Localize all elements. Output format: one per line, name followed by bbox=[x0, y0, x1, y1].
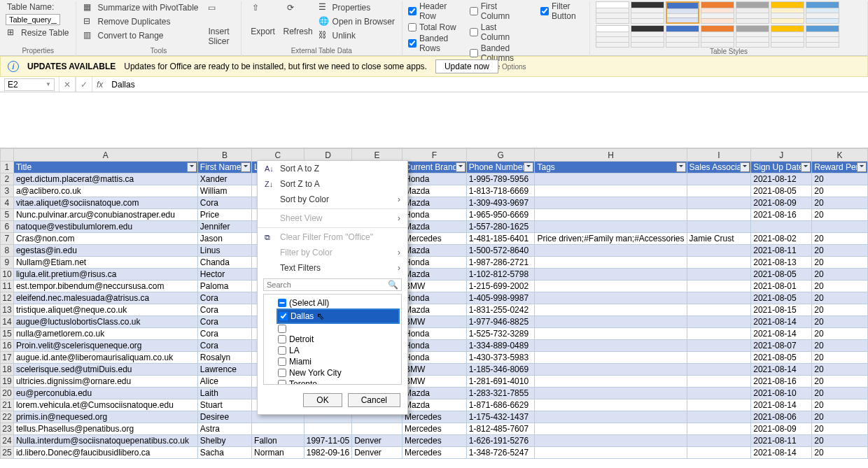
cell-B23[interactable]: Astra bbox=[197, 423, 251, 435]
table-name-input[interactable] bbox=[6, 14, 60, 25]
cell-F13[interactable]: Mazda bbox=[402, 304, 466, 316]
chk-banded-rows[interactable]: Banded Rows bbox=[408, 34, 457, 53]
cell-H9[interactable] bbox=[535, 257, 687, 269]
row-header-17[interactable]: 17 bbox=[1, 352, 14, 364]
cell-K23[interactable]: 20 bbox=[812, 423, 868, 435]
cell-A19[interactable]: ultricies.dignissim@ornare.edu bbox=[13, 376, 197, 388]
row-header-5[interactable]: 5 bbox=[1, 209, 14, 221]
cell-G8[interactable]: 1-500-572-8640 bbox=[466, 245, 535, 257]
filter-dropdown-A[interactable] bbox=[187, 162, 197, 172]
cell-B16[interactable]: Cora bbox=[197, 340, 251, 352]
cell-J9[interactable]: 2021-08-13 bbox=[751, 257, 812, 269]
cell-J4[interactable]: 2021-08-09 bbox=[751, 197, 812, 209]
filter-item-detroit[interactable]: Detroit bbox=[267, 334, 398, 345]
cell-H15[interactable] bbox=[535, 328, 687, 340]
cell-K13[interactable]: 20 bbox=[812, 304, 868, 316]
table-header-I[interactable]: Sales Associate bbox=[687, 162, 751, 173]
pivot-button[interactable]: ▦Summarize with PivotTable bbox=[82, 1, 200, 14]
row-header-16[interactable]: 16 bbox=[1, 340, 14, 352]
cell-A5[interactable]: Nunc.pulvinar.arcu@conubianostraper.edu bbox=[13, 209, 197, 221]
filter-dropdown-H[interactable] bbox=[676, 162, 686, 172]
filter-item--select-all-[interactable]: (Select All) bbox=[267, 297, 398, 309]
row-header-15[interactable]: 15 bbox=[1, 328, 14, 340]
cell-F25[interactable]: Mercedes bbox=[402, 447, 466, 459]
cell-B24[interactable]: Shelby bbox=[197, 435, 251, 447]
cell-E25[interactable]: Denver bbox=[352, 447, 402, 459]
row-header-25[interactable]: 25 bbox=[1, 447, 14, 459]
cell-I18[interactable] bbox=[687, 364, 751, 376]
insert-slicer-button[interactable]: ▭Insert Slicer bbox=[203, 1, 235, 46]
cell-G2[interactable]: 1-995-789-5956 bbox=[466, 173, 535, 185]
row-header-23[interactable]: 23 bbox=[1, 423, 14, 435]
cell-K3[interactable]: 20 bbox=[812, 185, 868, 197]
sort-by-color[interactable]: Sort by Color› bbox=[258, 192, 407, 207]
cell-K17[interactable]: 20 bbox=[812, 352, 868, 364]
chk-last-col[interactable]: Last Column bbox=[470, 22, 528, 42]
cell-A23[interactable]: tellus.Phasellus@penatibus.org bbox=[13, 423, 197, 435]
col-header-B[interactable]: B bbox=[197, 149, 251, 162]
filter-search[interactable]: 🔍 bbox=[263, 278, 402, 291]
cell-F14[interactable]: BMW bbox=[402, 316, 466, 328]
cell-C25[interactable]: Norman bbox=[252, 447, 304, 459]
cell-A25[interactable]: id.libero.Donec@faucibusidlibero.ca bbox=[13, 447, 197, 459]
cell-B21[interactable]: Stuart bbox=[197, 399, 251, 411]
row-header-7[interactable]: 7 bbox=[1, 233, 14, 245]
filter-dropdown-K[interactable] bbox=[857, 162, 867, 172]
cell-J2[interactable]: 2021-08-12 bbox=[751, 173, 812, 185]
cell-H21[interactable] bbox=[535, 399, 687, 411]
cell-G9[interactable]: 1-987-286-2721 bbox=[466, 257, 535, 269]
cell-B7[interactable]: Jason bbox=[197, 233, 251, 245]
col-header-H[interactable]: H bbox=[535, 149, 687, 162]
filter-dropdown-J[interactable] bbox=[801, 162, 811, 172]
cell-G25[interactable]: 1-348-726-5247 bbox=[466, 447, 535, 459]
cell-F11[interactable]: BMW bbox=[402, 281, 466, 292]
worksheet-grid[interactable]: ABCDEFGHIJK1TitleFirst NameLast NameDOBO… bbox=[0, 148, 868, 459]
cell-F4[interactable]: Mazda bbox=[402, 197, 466, 209]
table-header-J[interactable]: Sign Up Date bbox=[751, 162, 812, 173]
cell-E23[interactable] bbox=[352, 423, 402, 435]
cell-F8[interactable]: Mazda bbox=[402, 245, 466, 257]
cell-A4[interactable]: vitae.aliquet@sociisnatoque.com bbox=[13, 197, 197, 209]
fx-icon[interactable]: fx bbox=[92, 80, 107, 90]
col-header-D[interactable]: D bbox=[304, 149, 351, 162]
cell-I9[interactable] bbox=[687, 257, 751, 269]
cell-G14[interactable]: 1-977-946-8825 bbox=[466, 316, 535, 328]
fx-accept[interactable]: ✓ bbox=[76, 77, 92, 92]
cell-G16[interactable]: 1-334-889-0489 bbox=[466, 340, 535, 352]
row-header-12[interactable]: 12 bbox=[1, 292, 14, 304]
cell-K18[interactable]: 20 bbox=[812, 364, 868, 376]
table-header-H[interactable]: Tags bbox=[535, 162, 687, 173]
cell-J21[interactable]: 2021-08-14 bbox=[751, 399, 812, 411]
row-header-1[interactable]: 1 bbox=[1, 162, 14, 173]
cell-B22[interactable]: Desiree bbox=[197, 411, 251, 423]
cell-K24[interactable]: 20 bbox=[812, 435, 868, 447]
row-header-21[interactable]: 21 bbox=[1, 399, 14, 411]
cell-B4[interactable]: Cora bbox=[197, 197, 251, 209]
cell-H10[interactable] bbox=[535, 269, 687, 281]
cell-G3[interactable]: 1-813-718-6669 bbox=[466, 185, 535, 197]
row-header-6[interactable]: 6 bbox=[1, 221, 14, 233]
cell-G10[interactable]: 1-102-812-5798 bbox=[466, 269, 535, 281]
cell-D24[interactable]: 1997-11-05 bbox=[304, 435, 351, 447]
filter-item-blank[interactable] bbox=[267, 324, 398, 334]
cell-J12[interactable]: 2021-08-05 bbox=[751, 292, 812, 304]
cell-C24[interactable]: Fallon bbox=[252, 435, 304, 447]
cell-J3[interactable]: 2021-08-05 bbox=[751, 185, 812, 197]
cell-F19[interactable]: BMW bbox=[402, 376, 466, 388]
cell-G7[interactable]: 1-481-185-6401 bbox=[466, 233, 535, 245]
cell-G18[interactable]: 1-185-346-8069 bbox=[466, 364, 535, 376]
filter-search-input[interactable] bbox=[264, 279, 385, 290]
row-header-8[interactable]: 8 bbox=[1, 245, 14, 257]
chk-header-row[interactable]: Header Row bbox=[408, 1, 457, 21]
cell-J10[interactable]: 2021-08-05 bbox=[751, 269, 812, 281]
cell-B14[interactable]: Cora bbox=[197, 316, 251, 328]
cell-H8[interactable] bbox=[535, 245, 687, 257]
cell-I14[interactable] bbox=[687, 316, 751, 328]
convert-range-button[interactable]: ▥Convert to Range bbox=[82, 29, 200, 42]
cell-A11[interactable]: est.tempor.bibendum@neccursusa.com bbox=[13, 281, 197, 292]
cell-K21[interactable]: 20 bbox=[812, 399, 868, 411]
cell-A7[interactable]: Cras@non.com bbox=[13, 233, 197, 245]
cell-H5[interactable] bbox=[535, 209, 687, 221]
cell-F21[interactable]: Mazda bbox=[402, 399, 466, 411]
filter-item-la[interactable]: LA bbox=[267, 345, 398, 356]
